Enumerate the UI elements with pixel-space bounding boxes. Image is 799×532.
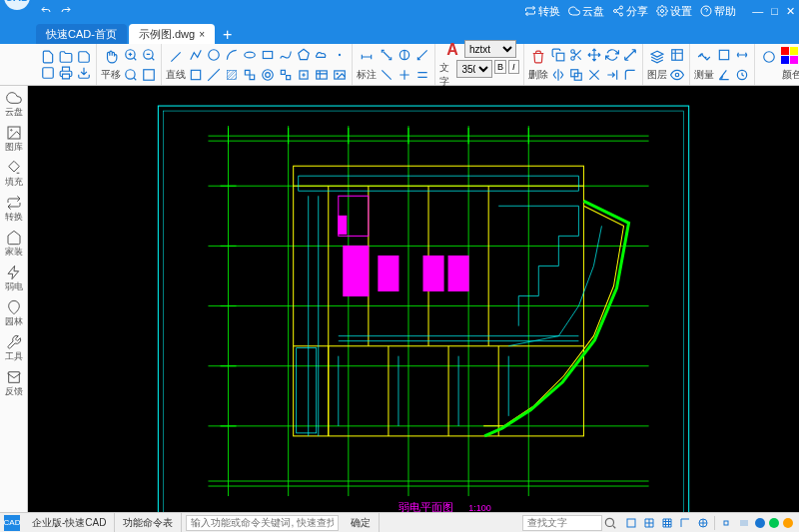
snap-icon[interactable] (624, 516, 638, 530)
region-icon[interactable] (242, 67, 258, 83)
color-swatch[interactable] (781, 47, 789, 55)
cloud-button[interactable]: 云盘 (564, 4, 608, 19)
share-button[interactable]: 分享 (608, 4, 652, 19)
help-button[interactable]: 帮助 (696, 4, 740, 19)
dim-icon[interactable] (357, 47, 377, 67)
layerprop-icon[interactable] (669, 47, 685, 63)
spline-icon[interactable] (278, 47, 294, 63)
drawing-canvas[interactable]: 弱电平面图 1:100 (28, 86, 799, 512)
rect-icon[interactable] (260, 47, 276, 63)
polyline-icon[interactable] (188, 47, 204, 63)
color-swatch[interactable] (790, 56, 798, 64)
table-icon[interactable] (314, 67, 330, 83)
hatch-icon[interactable] (224, 67, 240, 83)
scale-icon[interactable] (622, 47, 638, 63)
sidebar-item-elec[interactable]: 弱电 (5, 265, 23, 293)
tab-home[interactable]: 快速CAD-首页 (36, 24, 127, 44)
delete-icon[interactable] (528, 47, 548, 67)
zoomwin-icon[interactable] (141, 67, 157, 83)
search-input[interactable] (522, 515, 602, 531)
convert-button[interactable]: 转换 (520, 4, 564, 19)
dim4-icon[interactable] (379, 67, 395, 83)
layer-icon[interactable] (647, 47, 667, 67)
app-logo[interactable]: CAD (2, 0, 32, 12)
sidebar-item-tools[interactable]: 工具 (5, 334, 23, 363)
open-icon[interactable] (58, 49, 74, 65)
text-icon[interactable]: A (442, 40, 462, 60)
color-swatch[interactable] (781, 56, 789, 64)
maximize-button[interactable]: □ (767, 5, 782, 17)
dim5-icon[interactable] (397, 67, 412, 83)
settings-button[interactable]: 设置 (652, 4, 696, 19)
sidebar-item-feedback[interactable]: 反馈 (5, 369, 23, 398)
circle-icon[interactable] (206, 47, 222, 63)
sidebar-item-fill[interactable]: 填充 (5, 160, 23, 189)
polar-icon[interactable] (696, 516, 710, 530)
font-select[interactable]: hztxt (464, 40, 516, 58)
bold-button[interactable]: B (494, 60, 505, 74)
grid2-icon[interactable] (660, 516, 674, 530)
line-icon[interactable] (166, 47, 186, 67)
status-dot-2[interactable] (769, 518, 779, 528)
ok-button[interactable]: 确定 (343, 513, 380, 532)
dim6-icon[interactable] (414, 67, 430, 83)
lwt-icon[interactable] (737, 516, 751, 530)
undo-button[interactable] (36, 5, 56, 17)
sidebar-item-garden[interactable]: 园林 (5, 299, 23, 328)
rect2-icon[interactable] (188, 67, 204, 83)
rotate-icon[interactable] (604, 47, 620, 63)
extend-icon[interactable] (604, 67, 620, 83)
image-icon[interactable] (332, 67, 348, 83)
cut-icon[interactable] (568, 47, 584, 63)
search-icon[interactable] (602, 515, 618, 531)
add-tab-button[interactable]: + (217, 26, 238, 44)
status-dot-3[interactable] (783, 518, 793, 528)
layeriso-icon[interactable] (669, 67, 685, 83)
minimize-button[interactable]: — (748, 5, 767, 17)
sidebar-item-cloud[interactable]: 云盘 (5, 90, 23, 119)
zoomfit-icon[interactable] (123, 67, 139, 83)
arc-icon[interactable] (224, 47, 240, 63)
grid-icon[interactable] (642, 516, 656, 530)
tab-close-icon[interactable]: × (199, 29, 205, 40)
command-input[interactable] (186, 515, 339, 531)
donut-icon[interactable] (260, 67, 276, 83)
dim1-icon[interactable] (379, 47, 395, 63)
id-icon[interactable] (734, 67, 750, 83)
dim3-icon[interactable] (414, 47, 430, 63)
new-icon[interactable] (40, 49, 56, 65)
angle-icon[interactable] (716, 67, 732, 83)
sidebar-item-gallery[interactable]: 图库 (5, 125, 23, 154)
fillet-icon[interactable] (622, 67, 638, 83)
point-icon[interactable] (332, 47, 348, 63)
trim-icon[interactable] (586, 67, 602, 83)
zoomin-icon[interactable] (123, 47, 139, 63)
status-dot-1[interactable] (755, 518, 765, 528)
fontsize-select[interactable]: 350 (456, 60, 492, 78)
block-icon[interactable] (278, 67, 294, 83)
mirror-icon[interactable] (550, 67, 566, 83)
color-palette[interactable] (781, 47, 799, 67)
save-icon[interactable] (76, 49, 92, 65)
sidebar-item-home[interactable]: 家装 (5, 230, 23, 259)
cmdtable-button[interactable]: 功能命令表 (115, 513, 182, 532)
xline-icon[interactable] (206, 67, 222, 83)
tab-file[interactable]: 示例图.dwg× (129, 24, 215, 44)
pan-icon[interactable] (101, 47, 121, 67)
insert-icon[interactable] (296, 67, 312, 83)
close-button[interactable]: ✕ (782, 5, 799, 18)
color-swatch[interactable] (790, 47, 798, 55)
ellipse-icon[interactable] (242, 47, 258, 63)
copy-icon[interactable] (550, 47, 566, 63)
move-icon[interactable] (586, 47, 602, 63)
dist-icon[interactable] (734, 47, 750, 63)
zoomout-icon[interactable] (141, 47, 157, 63)
dim2-icon[interactable] (397, 47, 412, 63)
ortho-icon[interactable] (678, 516, 692, 530)
polygon-icon[interactable] (296, 47, 312, 63)
redo-button[interactable] (56, 5, 76, 17)
cloud-icon[interactable] (314, 47, 330, 63)
sidebar-item-convert[interactable]: 转换 (5, 195, 23, 224)
area-icon[interactable] (716, 47, 732, 63)
print-icon[interactable] (58, 65, 74, 81)
